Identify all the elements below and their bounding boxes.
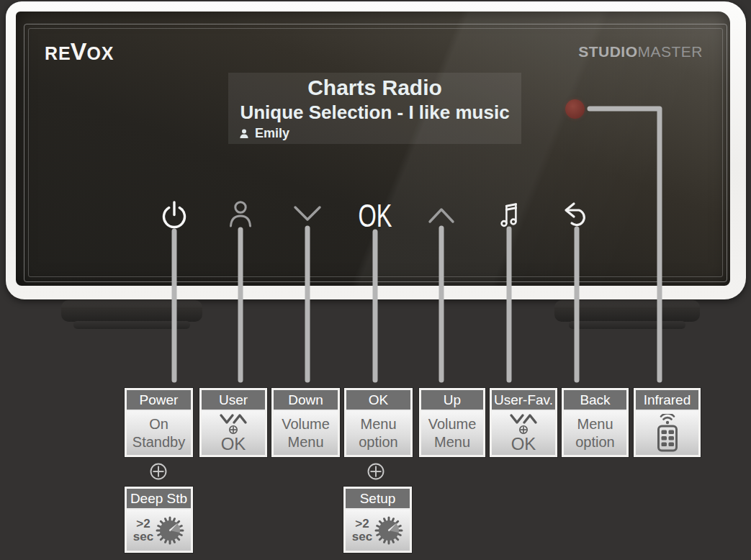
device-foot-left	[61, 300, 202, 322]
hold-box-deep-standby: Deep Stb >2 sec	[125, 487, 193, 553]
callout-box-back-body: Menu option	[564, 411, 626, 455]
hold-box-setup: Setup >2 sec	[343, 487, 412, 553]
plus-combine-icon	[228, 425, 238, 435]
callout-box-back: Back Menu option	[562, 388, 629, 457]
callout-body-line: Menu	[577, 415, 613, 433]
brand-logo-part: RE	[45, 43, 71, 63]
callout-header-label: Infrared	[644, 392, 691, 408]
model-label-light: MASTER	[637, 43, 703, 60]
hold-box-setup-body: >2 sec	[346, 510, 410, 551]
callout-body-ok-label: OK	[511, 435, 536, 453]
callout-box-infrared-body	[636, 411, 698, 455]
hold-duration: >2 sec	[352, 518, 372, 543]
callout-box-ok-header: OK	[346, 390, 410, 411]
callout-box-down: Down Volume Menu	[271, 388, 340, 457]
callout-box-down-header: Down	[274, 390, 338, 411]
callout-box-power: Power On Standby	[125, 388, 193, 457]
callout-box-user: User OK	[199, 388, 267, 457]
hold-box-setup-header: Setup	[346, 489, 410, 510]
callout-body-line: Menu	[287, 433, 323, 451]
device-foot-left-base	[73, 321, 190, 329]
callout-box-up: Up Volume Menu	[419, 388, 485, 457]
callout-header-label: Up	[444, 392, 461, 408]
callout-box-ok-body: Menu option	[346, 411, 410, 455]
callout-box-user-body: OK	[202, 411, 265, 455]
display-user-name: Emily	[255, 126, 289, 141]
callout-header-label: User	[219, 392, 248, 408]
screen-inner-frame-inner	[28, 28, 723, 277]
callout-header-label: Back	[580, 392, 610, 408]
callout-body-line: Standby	[132, 433, 185, 451]
hold-duration-unit: sec	[352, 530, 372, 543]
hold-box-deep-standby-header: Deep Stb	[127, 489, 191, 510]
callout-body-line: Menu	[360, 415, 396, 433]
model-label: STUDIOMASTER	[578, 43, 703, 60]
device-foot-right-base	[569, 321, 685, 329]
callout-box-userfav: User-Fav. OK	[490, 388, 557, 457]
callout-box-down-body: Volume Menu	[274, 411, 338, 455]
device-foot-right	[554, 300, 700, 322]
callout-header-label: User-Fav.	[494, 392, 553, 408]
callout-box-ok: OK Menu option	[344, 388, 413, 457]
hold-timer-icon	[374, 516, 403, 545]
callout-body-line: option	[359, 433, 398, 451]
hold-timer-icon	[156, 516, 184, 545]
callout-box-power-header: Power	[127, 390, 191, 411]
brand-logo-part: V	[71, 37, 88, 65]
callout-body-ok-label: OK	[221, 435, 246, 453]
callout-box-up-body: Volume Menu	[421, 411, 483, 455]
brand-logo: REVOX	[45, 39, 114, 68]
display-user-row: Emily	[228, 125, 521, 143]
callout-body-line: Volume	[282, 415, 330, 433]
callout-header-label: Power	[140, 392, 179, 408]
display-info-panel: Charts Radio Unique Selection - I like m…	[228, 73, 521, 144]
callout-header-label: OK	[369, 392, 388, 408]
callout-box-userfav-header: User-Fav.	[492, 390, 555, 411]
hold-duration-unit: sec	[133, 530, 153, 543]
callout-body-line: Menu	[434, 433, 470, 451]
infrared-led	[565, 99, 585, 119]
callout-body-line: option	[575, 433, 615, 451]
callout-box-user-header: User	[202, 390, 265, 411]
callout-body-line: Volume	[428, 415, 477, 433]
plus-combine-icon	[151, 464, 166, 479]
callout-box-infrared-header: Infrared	[636, 390, 698, 411]
display-title: Charts Radio	[228, 73, 521, 101]
hold-duration-value: >2	[352, 518, 372, 530]
plus-combine-icon	[369, 464, 384, 479]
callout-header-label: Down	[288, 392, 323, 408]
brand-logo-part: OX	[86, 43, 114, 63]
chevrons-down-up-icon	[219, 413, 248, 425]
callout-box-power-body: On Standby	[127, 411, 191, 455]
display-subtitle: Unique Selection - I like music	[228, 101, 521, 125]
manual-diagram: REVOX STUDIOMASTER Charts Radio Unique S…	[0, 0, 751, 560]
callout-box-infrared: Infrared	[634, 388, 701, 457]
hold-duration: >2 sec	[133, 518, 153, 543]
callout-box-userfav-body: OK	[492, 411, 555, 455]
callout-body-line: On	[149, 415, 168, 433]
hold-header-label: Setup	[360, 491, 396, 507]
hold-duration-value: >2	[133, 518, 153, 530]
callout-box-back-header: Back	[564, 390, 626, 411]
hold-box-deep-standby-body: >2 sec	[127, 510, 191, 551]
plus-combine-icon	[518, 425, 529, 435]
chevrons-down-up-icon	[509, 413, 538, 425]
model-label-bold: STUDIO	[578, 43, 637, 60]
callout-box-up-header: Up	[421, 390, 483, 411]
hold-header-label: Deep Stb	[130, 491, 187, 507]
person-icon	[238, 128, 250, 140]
remote-control-icon	[651, 414, 684, 453]
